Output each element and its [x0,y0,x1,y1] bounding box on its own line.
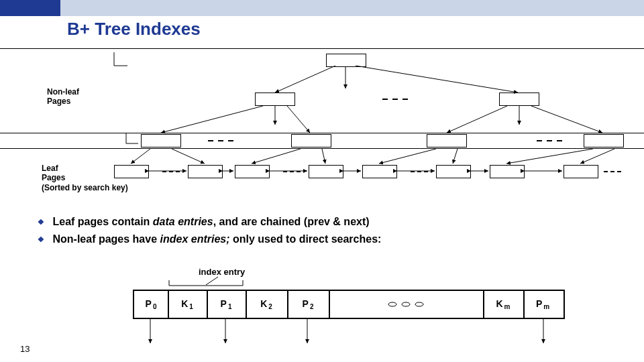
entry-cell: K2 [246,291,288,318]
bullet-icon: ❖ [38,217,50,227]
rule-under-title [0,48,644,49]
banner-block [0,0,60,16]
slide-title: B+ Tree Indexes [67,19,201,40]
bullet-icon: ❖ [38,235,50,245]
svg-point-1 [402,302,410,306]
leaf-label: Leaf Pages (Sorted by search key) [42,164,142,192]
entry-cell: Km [483,291,525,318]
svg-line-48 [206,277,218,285]
leaf-node [235,165,270,178]
entry-cell: K1 [168,291,208,318]
index-entry-label: index entry [199,267,245,277]
internal-node [141,134,181,147]
bullet-item: ❖ Leaf pages contain data entries, and a… [38,215,624,229]
internal-node [255,93,295,106]
root-node [326,54,366,67]
leaf-node [564,165,598,178]
banner-strip [60,0,644,16]
btree-diagram: Non-leaf Pages Leaf Pages (Sorted by sea… [0,50,644,197]
internal-node [291,134,331,147]
svg-point-2 [415,302,423,306]
entry-cell: P1 [207,291,247,318]
internal-node [499,93,539,106]
bullet-list: ❖ Leaf pages contain data entries, and a… [38,215,624,250]
leaf-node [436,165,471,178]
entry-cell: Pm [523,291,562,318]
svg-point-0 [388,302,396,306]
leaf-node [188,165,223,178]
entry-cell-ellipsis [329,291,484,318]
slide-number: 13 [20,344,30,354]
entry-cell: P2 [287,291,330,318]
entry-cell: P0 [134,291,169,318]
index-entry-box: P0 K1 P1 K2 P2 Km Pm [133,290,565,319]
nonleaf-label: Non-leaf Pages [47,87,79,106]
leaf-node [362,165,397,178]
leaf-node [309,165,343,178]
internal-node [584,134,624,147]
bullet-item: ❖ Non-leaf pages have index entries; onl… [38,232,624,247]
internal-node [427,134,467,147]
leaf-node [490,165,525,178]
